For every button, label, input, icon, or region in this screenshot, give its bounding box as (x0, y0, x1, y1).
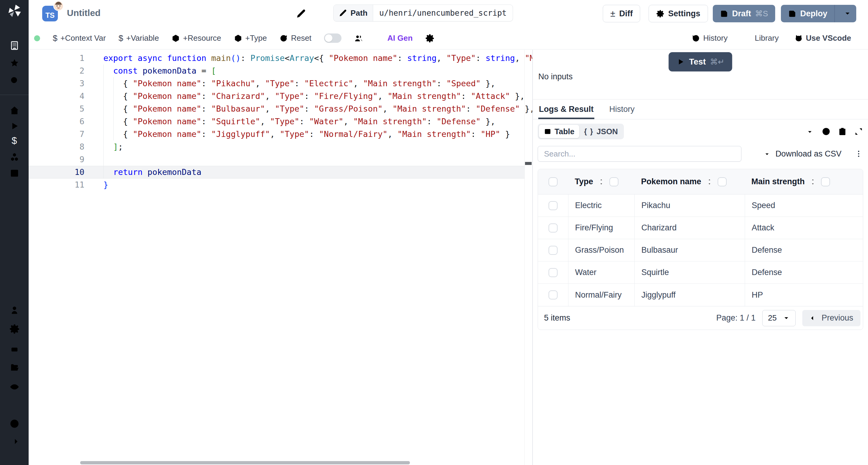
gear-icon (656, 10, 664, 18)
table-row[interactable]: Grass/PoisonBulbasaurDefense (538, 239, 863, 261)
search-icon[interactable] (9, 76, 20, 86)
use-vscode-button[interactable]: Use VScode (795, 33, 851, 43)
code-line[interactable]: 11} (29, 178, 524, 191)
schedules-calendar-icon[interactable] (9, 168, 20, 178)
table-row[interactable]: Normal/FairyJigglypuffHP (538, 284, 863, 306)
view-json-button[interactable]: { } JSON (579, 125, 623, 138)
column-filter-checkbox[interactable] (610, 177, 618, 186)
code-editor[interactable]: 1export async function main(): Promise<A… (29, 50, 532, 465)
left-sidebar: $ (0, 0, 29, 465)
view-table-label: Table (555, 127, 575, 136)
select-all-checkbox[interactable] (549, 177, 558, 186)
history-button[interactable]: History (692, 33, 727, 43)
result-table-header-cell (538, 169, 568, 194)
line-number: 5 (29, 103, 84, 115)
path-value[interactable]: u/henri/unencumbered_script (373, 5, 513, 21)
copy-clipboard-icon[interactable] (838, 127, 847, 136)
audit-eye-icon[interactable] (9, 382, 20, 392)
table-row[interactable]: ElectricPikachuSpeed (538, 195, 863, 217)
horizontal-scrollbar[interactable] (80, 461, 410, 464)
row-checkbox-cell (538, 239, 568, 261)
deploy-button[interactable]: Deploy (781, 5, 856, 22)
code-line[interactable]: 7 { "Pokemon name": "Jigglypuff", "Type"… (29, 128, 524, 141)
settings-button[interactable]: Settings (649, 5, 708, 22)
draft-button[interactable]: Draft ⌘S (713, 5, 775, 22)
table-cell: Electric (568, 195, 634, 216)
code-line[interactable]: 6 { "Pokemon name": "Squirtle", "Type": … (29, 115, 524, 128)
user-icon[interactable] (9, 305, 20, 315)
result-table-header-cell[interactable]: Main strength (745, 177, 863, 186)
runs-play-icon[interactable] (9, 121, 20, 131)
row-checkbox[interactable] (549, 290, 558, 299)
column-filter-checkbox[interactable] (821, 177, 830, 186)
sort-icon[interactable] (706, 178, 713, 186)
row-checkbox[interactable] (549, 201, 558, 210)
test-button[interactable]: Test ⌘↵ (669, 52, 732, 71)
variables-dollar-icon[interactable]: $ (9, 135, 20, 145)
diff-button[interactable]: ± Diff (603, 5, 640, 22)
workers-robot-icon[interactable] (9, 344, 20, 354)
code-line[interactable]: 9 (29, 153, 524, 166)
download-csv-button[interactable]: Download as CSV (763, 149, 841, 158)
search-input[interactable] (538, 146, 741, 162)
tab-logs-result[interactable]: Logs & Result (538, 99, 594, 119)
test-button-label: Test (689, 57, 706, 67)
deploy-button-label: Deploy (800, 9, 827, 19)
result-table-header-cell[interactable]: Pokemon name (634, 177, 745, 186)
multiplayer-toggle[interactable] (324, 33, 341, 43)
expand-fullscreen-icon[interactable] (854, 127, 863, 136)
code-line[interactable]: 10 return pokemonData (29, 166, 524, 178)
ai-gen-button[interactable]: AI Gen (376, 33, 412, 43)
no-inputs-text: No inputs (538, 72, 572, 81)
edit-pencil-icon[interactable] (296, 9, 306, 19)
table-row[interactable]: WaterSquirtleDefense (538, 261, 863, 284)
script-title[interactable]: Untitled (67, 8, 101, 18)
code-line[interactable]: 4 { "Pokemon name": "Charizard", "Type":… (29, 90, 524, 103)
column-filter-checkbox[interactable] (718, 177, 727, 186)
draft-button-label: Draft (732, 9, 751, 19)
code-line[interactable]: 5 { "Pokemon name": "Bulbasaur", "Type":… (29, 103, 524, 115)
row-checkbox[interactable] (549, 246, 558, 255)
settings-gear-icon[interactable] (9, 324, 20, 334)
tab-history[interactable]: History (609, 99, 635, 119)
line-number: 8 (29, 141, 84, 153)
result-table-header-cell[interactable]: Type (568, 177, 634, 186)
deploy-dropdown-button[interactable] (839, 10, 856, 18)
expand-sidebar-arrow-icon[interactable] (9, 436, 20, 446)
sort-icon[interactable] (597, 178, 605, 186)
download-result-icon[interactable] (805, 127, 814, 136)
previous-page-button[interactable]: Previous (802, 310, 861, 326)
add-context-var-button[interactable]: $ +Context Var (53, 33, 106, 43)
sort-icon[interactable] (809, 178, 817, 186)
row-checkbox[interactable] (549, 224, 558, 233)
code-line[interactable]: 3 { "Pokemon name": "Pikachu", "Type": "… (29, 77, 524, 90)
kebab-menu-icon[interactable] (854, 149, 863, 158)
row-checkbox[interactable] (549, 268, 558, 277)
add-variable-button[interactable]: $ +Variable (119, 33, 159, 43)
page-size-value: 25 (768, 313, 777, 323)
view-table-button[interactable]: Table (539, 125, 579, 138)
code-line-text (84, 153, 103, 166)
windmill-logo-icon[interactable] (7, 3, 22, 19)
table-row[interactable]: Fire/FlyingCharizardAttack (538, 217, 863, 239)
editor-settings-gear-icon[interactable] (425, 34, 434, 43)
folders-icon[interactable] (9, 362, 20, 373)
code-line[interactable]: 8 ]; (29, 141, 524, 153)
workspace-building-icon[interactable] (9, 40, 20, 51)
reset-button[interactable]: Reset (279, 33, 311, 43)
info-icon[interactable] (822, 127, 831, 136)
code-line[interactable]: 2 const pokemonData = [ (29, 64, 524, 77)
page-size-select[interactable]: 25 (762, 310, 796, 326)
table-cell: Pikachu (634, 195, 745, 216)
code-line[interactable]: 1export async function main(): Promise<A… (29, 52, 524, 64)
favorites-star-icon[interactable] (9, 58, 20, 68)
use-vscode-label: Use VScode (806, 33, 851, 43)
help-icon[interactable] (9, 418, 20, 429)
add-resource-button[interactable]: +Resource (172, 33, 221, 43)
resources-boxes-icon[interactable] (9, 152, 20, 163)
history-label: History (703, 33, 727, 43)
home-icon[interactable] (9, 105, 20, 116)
library-button[interactable]: Library (743, 33, 778, 43)
path-field[interactable]: Path u/henri/unencumbered_script (333, 4, 513, 21)
add-type-button[interactable]: +Type (234, 33, 267, 43)
